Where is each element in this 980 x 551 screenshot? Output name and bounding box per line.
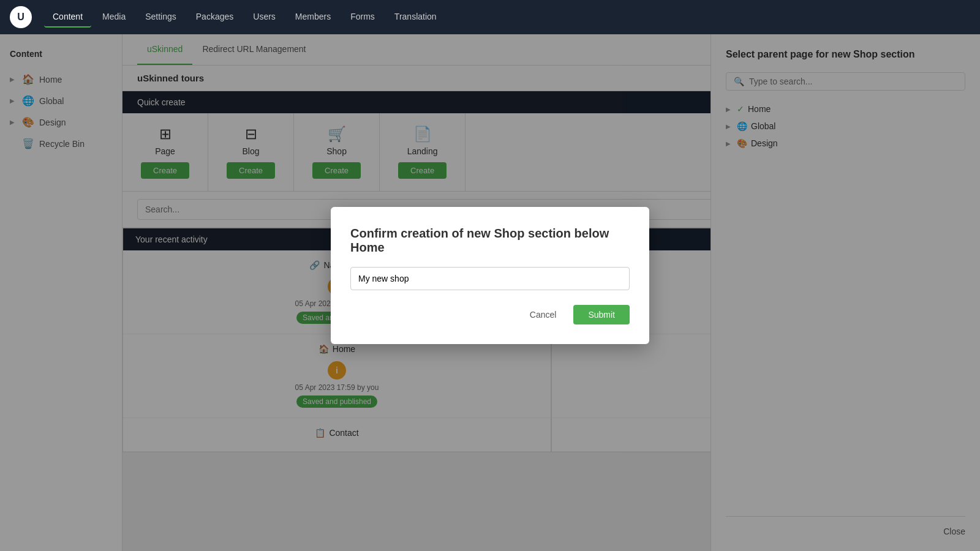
app-logo: U bbox=[10, 6, 32, 28]
modal-actions: Cancel Submit bbox=[350, 305, 630, 324]
nav-item-users[interactable]: Users bbox=[244, 7, 284, 28]
nav-item-settings[interactable]: Settings bbox=[137, 7, 185, 28]
nav-item-media[interactable]: Media bbox=[94, 7, 134, 28]
nav-items: Content Media Settings Packages Users Me… bbox=[44, 7, 445, 28]
confirm-modal: Confirm creation of new Shop section bel… bbox=[331, 207, 649, 344]
submit-button[interactable]: Submit bbox=[573, 305, 630, 324]
top-navigation: U Content Media Settings Packages Users … bbox=[0, 0, 980, 34]
nav-item-translation[interactable]: Translation bbox=[386, 7, 445, 28]
nav-item-members[interactable]: Members bbox=[287, 7, 339, 28]
nav-item-forms[interactable]: Forms bbox=[342, 7, 383, 28]
modal-name-input[interactable] bbox=[350, 267, 630, 290]
nav-item-packages[interactable]: Packages bbox=[187, 7, 242, 28]
modal-title: Confirm creation of new Shop section bel… bbox=[350, 227, 630, 255]
cancel-button[interactable]: Cancel bbox=[520, 305, 567, 324]
nav-item-content[interactable]: Content bbox=[44, 7, 91, 28]
